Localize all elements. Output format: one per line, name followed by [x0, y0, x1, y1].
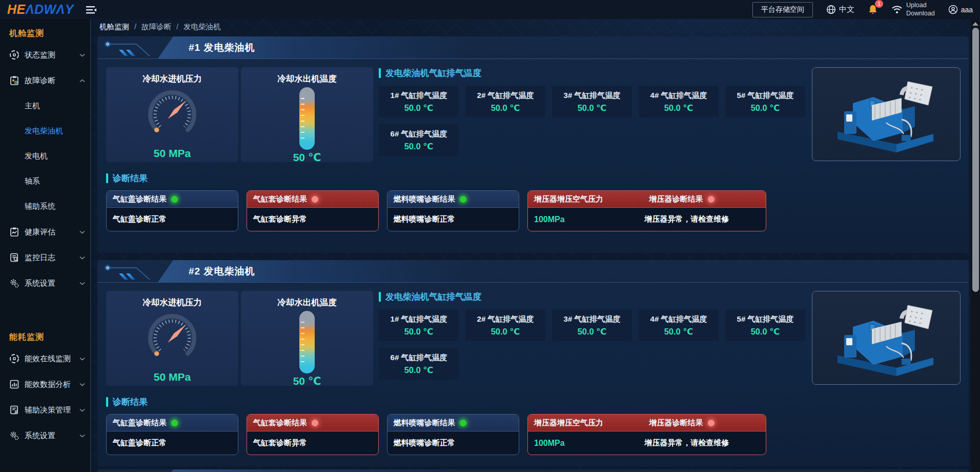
sidebar-item-fault-diagnosis[interactable]: 故障诊断 — [0, 68, 90, 93]
upload-download[interactable]: Upload Download — [891, 2, 935, 17]
sidebar-item-monitor-log[interactable]: 监控日志 — [0, 245, 90, 270]
diag-label: 气缸盖诊断结果 — [113, 194, 167, 204]
username-label: aaa — [961, 6, 973, 14]
gauge-title: 冷却水进机压力 — [106, 73, 238, 85]
thermometer — [298, 310, 316, 375]
cylinder-label: 2# 气缸排气温度 — [477, 314, 534, 324]
cylinder-card-5: 5# 气缸排气温度50.0 ℃ — [725, 86, 805, 117]
diag-card-turbocharger: 增压器增压空气压力 增压器诊断结果 100MPa 增压器异常，请检查维修 — [527, 414, 766, 455]
download-label: Download — [906, 10, 935, 18]
breadcrumb-separator: / — [176, 23, 178, 31]
chevron-down-icon — [79, 383, 85, 386]
diag-label: 燃料喷嘴诊断结果 — [394, 194, 455, 204]
diag-result: 气缸盖诊断正常 — [113, 214, 167, 224]
notification-bell[interactable]: 1 — [868, 4, 878, 15]
diag-label-2: 增压器诊断结果 — [649, 418, 703, 428]
cylinder-value: 50.0 ℃ — [664, 103, 693, 113]
sidebar-item-decision-management[interactable]: 辅助决策管理 — [0, 397, 90, 423]
cylinder-label: 5# 气缸排气温度 — [737, 314, 794, 324]
sidebar-item-system-settings-2[interactable]: 系统设置 — [0, 423, 90, 448]
sidebar-item-system-settings[interactable]: 系统设置 — [0, 270, 90, 296]
breadcrumb-fault-diagnosis[interactable]: 故障诊断 — [141, 22, 171, 32]
cylinder-label: 2# 气缸排气温度 — [477, 91, 534, 101]
chevron-down-icon — [79, 256, 85, 260]
panel-generator-diesel-1: #1 发电柴油机 冷却水进机压力 50 MPa 冷却水出机温度 — [97, 36, 969, 253]
diag-label: 气缸盖诊断结果 — [113, 418, 167, 428]
cylinder-label: 5# 气缸排气温度 — [737, 91, 794, 101]
user-menu[interactable]: aaa — [948, 5, 973, 14]
wifi-icon — [891, 5, 903, 14]
sidebar-item-label: 监控日志 — [25, 253, 55, 263]
health-evaluation-icon — [9, 227, 19, 237]
diag-label: 增压器增压空气压力 — [534, 194, 645, 204]
scrollbar-thumb[interactable] — [972, 28, 979, 292]
breadcrumb-engine-room[interactable]: 机舱监测 — [99, 22, 129, 32]
diag-card-fuel-nozzle: 燃料喷嘴诊断结果 燃料喷嘴诊断正常 — [387, 414, 519, 455]
cylinder-value: 50.0 ℃ — [578, 103, 607, 113]
breadcrumb: 机舱监测 / 故障诊断 / 发电柴油机 — [92, 19, 971, 34]
panel-title-plate: #1 发电柴油机 — [158, 36, 465, 58]
panel-header: #1 发电柴油机 — [97, 36, 969, 59]
cylinder-label: 4# 气缸排气温度 — [650, 314, 707, 324]
status-dot — [708, 420, 714, 426]
status-monitor-icon — [9, 50, 19, 60]
panel-title: #1 发电柴油机 — [158, 41, 255, 54]
thermometer-value: 50 ℃ — [241, 375, 373, 387]
pressure-gauge — [106, 309, 238, 371]
diag-result: 增压器异常，请检查维修 — [645, 214, 729, 224]
sidebar-subitem-shafting[interactable]: 轴系 — [0, 169, 90, 194]
sidebar-item-energy-online[interactable]: 能效在线监测 — [0, 346, 90, 371]
cylinder-label: 3# 气缸排气温度 — [564, 314, 621, 324]
cylinder-card-1: 1# 气缸排气温度50.0 ℃ — [379, 309, 459, 341]
gauge-value: 50 MPa — [106, 371, 238, 383]
vertical-scrollbar[interactable] — [971, 19, 980, 472]
cylinder-label: 1# 气缸排气温度 — [391, 91, 447, 101]
sidebar-subitem-generator[interactable]: 发电机 — [0, 144, 90, 169]
sidebar-collapse-icon[interactable] — [85, 5, 97, 15]
sidebar-subitem-generator-diesel[interactable]: 发电柴油机 — [0, 119, 90, 144]
globe-icon — [826, 5, 836, 14]
top-bar: HEΛDWΛY 平台存储空间 中文 1 — [0, 0, 980, 19]
gauge-value: 50 MPa — [106, 147, 238, 160]
cylinder-card-2: 2# 气缸排气温度50.0 ℃ — [465, 86, 545, 117]
cylinder-value: 50.0 ℃ — [664, 327, 693, 337]
main-content: 机舱监测 / 故障诊断 / 发电柴油机 #1 发电柴油机 冷却水进机压力 — [92, 19, 971, 472]
panel-generator-diesel-2: #2 发电柴油机 冷却水进机压力 50 MPa 冷却水出机温度 — [97, 260, 969, 466]
sidebar-item-health-evaluation[interactable]: 健康评估 — [0, 219, 90, 245]
diag-card-turbocharger: 增压器增压空气压力 增压器诊断结果 100MPa 增压器异常，请检查维修 — [527, 190, 766, 231]
sidebar-item-status-monitoring[interactable]: 状态监测 — [0, 42, 90, 68]
diag-card-cylinder-liner: 气缸套诊断结果 气缸套诊断异常 — [247, 414, 379, 455]
language-switcher[interactable]: 中文 — [826, 5, 854, 14]
scroll-up-arrow[interactable] — [972, 22, 978, 26]
cylinder-label: 6# 气缸排气温度 — [391, 129, 447, 139]
breadcrumb-generator-diesel[interactable]: 发电柴油机 — [183, 22, 221, 32]
cylinder-card-1: 1# 气缸排气温度50.0 ℃ — [379, 86, 459, 117]
diagnosis-section-title: 诊断结果 — [106, 396, 969, 408]
chevron-down-icon — [79, 282, 85, 285]
diag-result: 气缸盖诊断正常 — [113, 438, 167, 448]
coolant-inlet-pressure-card: 冷却水进机压力 50 MPa — [106, 291, 238, 386]
top-right-cluster: 平台存储空间 中文 1 Upload Downloa — [752, 2, 973, 17]
sidebar: 机舱监测 状态监测 故障诊断 主机 发电柴油机 发电机 轴系 辅助系统 健康评估… — [0, 19, 91, 472]
bar-chart-icon — [9, 379, 19, 389]
sidebar-subitem-main-engine[interactable]: 主机 — [0, 93, 90, 119]
sidebar-item-label: 健康评估 — [25, 227, 55, 237]
coolant-outlet-temp-card: 冷却水出机温度 — [241, 67, 373, 162]
sidebar-item-label: 故障诊断 — [25, 76, 55, 86]
status-dot — [460, 196, 466, 203]
section-title-text: 发电柴油机气缸排气温度 — [385, 291, 481, 303]
engine-image — [812, 291, 961, 385]
platform-storage-button[interactable]: 平台存储空间 — [752, 2, 813, 17]
sidebar-item-energy-analysis[interactable]: 能效数据分析 — [0, 371, 90, 397]
panel-title-plate: #3 发电柴油机 — [158, 469, 465, 472]
gauge-title: 冷却水进机压力 — [106, 297, 238, 308]
panel-header: #2 发电柴油机 — [97, 260, 969, 283]
sidebar-item-label: 辅助决策管理 — [25, 405, 71, 415]
cylinder-section-title: 发电柴油机气缸排气温度 — [379, 291, 805, 303]
status-dot — [171, 196, 178, 203]
panel-header: #3 发电柴油机 — [97, 469, 969, 472]
status-dot — [708, 196, 714, 203]
sidebar-subitem-auxiliary[interactable]: 辅助系统 — [0, 194, 90, 219]
diag-value: 100MPa — [534, 215, 645, 224]
cylinder-exhaust-section: 发电柴油机气缸排气温度 1# 气缸排气温度50.0 ℃ 2# 气缸排气温度50.… — [376, 67, 805, 156]
